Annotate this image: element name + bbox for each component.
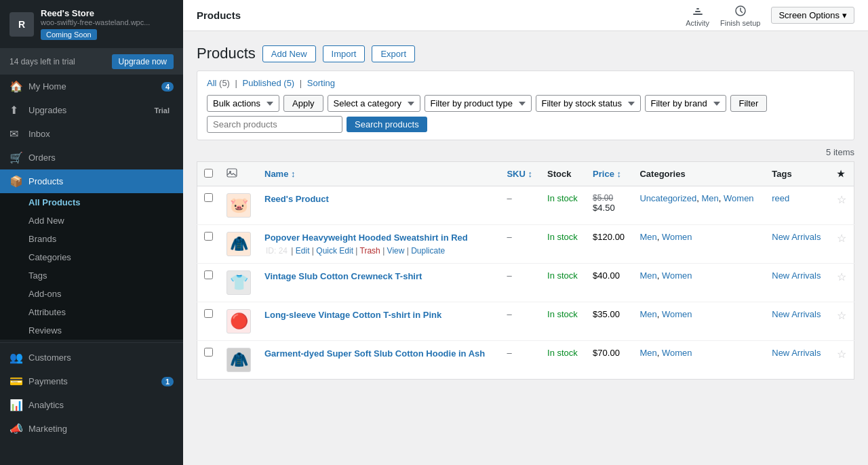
export-button[interactable]: Export: [372, 45, 415, 62]
header-name[interactable]: Name ↕: [258, 162, 500, 186]
filter-link-published[interactable]: Published (5): [243, 78, 295, 88]
category-link[interactable]: Men: [702, 193, 719, 203]
sort-price-link[interactable]: Price ↕: [593, 169, 621, 179]
sidebar-item-products[interactable]: 📦 Products: [0, 169, 183, 193]
row-checkbox[interactable]: [204, 348, 213, 357]
row-check: [197, 341, 220, 380]
finish-setup-button[interactable]: Finish setup: [720, 4, 760, 27]
row-stock: In stock: [540, 341, 586, 380]
product-name-link[interactable]: Long-sleeve Vintage Cotton T-shirt in Pi…: [264, 310, 441, 320]
apply-button[interactable]: Apply: [283, 95, 323, 112]
sidebar-item-attributes[interactable]: Attributes: [0, 303, 183, 321]
row-stock: In stock: [540, 302, 586, 341]
sidebar-item-marketing[interactable]: 📣 Marketing: [0, 417, 183, 441]
category-select[interactable]: Select a category: [328, 95, 420, 112]
store-url: woo-swiftly-free-wasteland.wpc...: [41, 18, 174, 26]
featured-star[interactable]: ☆: [837, 271, 846, 283]
trash-link[interactable]: Trash: [360, 246, 380, 256]
product-name-link[interactable]: Garment-dyed Super Soft Slub Cotton Hood…: [264, 348, 485, 359]
row-price: $120.00: [586, 225, 633, 264]
category-link[interactable]: Men: [639, 270, 656, 281]
select-all-checkbox[interactable]: [204, 169, 213, 178]
category-link[interactable]: Women: [662, 270, 692, 281]
activity-icon: [691, 4, 705, 18]
edit-link[interactable]: Edit: [296, 246, 310, 256]
screen-options-button[interactable]: Screen Options ▾: [771, 7, 854, 24]
tag-link[interactable]: New Arrivals: [772, 232, 821, 242]
search-input[interactable]: [207, 116, 342, 133]
row-checkbox[interactable]: [204, 232, 213, 241]
featured-star[interactable]: ☆: [837, 194, 846, 205]
home-icon: 🏠: [9, 80, 23, 93]
sidebar-item-payments[interactable]: 💳 Payments 1: [0, 369, 183, 393]
header-featured: ★: [830, 162, 854, 186]
row-sku: –: [500, 186, 540, 225]
sidebar-item-inbox[interactable]: ✉ Inbox: [0, 122, 183, 146]
sidebar-item-my-home[interactable]: 🏠 My Home 4: [0, 75, 183, 98]
sidebar-item-tags[interactable]: Tags: [0, 266, 183, 285]
sidebar-item-brands[interactable]: Brands: [0, 230, 183, 248]
sidebar-item-categories[interactable]: Categories: [0, 248, 183, 266]
category-link[interactable]: Men: [639, 348, 656, 358]
category-link[interactable]: Women: [662, 348, 692, 358]
tag-link[interactable]: New Arrivals: [772, 309, 821, 319]
activity-button[interactable]: Activity: [686, 4, 709, 27]
product-thumbnail: 🐷: [226, 193, 251, 218]
row-checkbox[interactable]: [204, 309, 213, 318]
duplicate-link[interactable]: Duplicate: [411, 246, 445, 256]
upgrade-button[interactable]: Upgrade now: [112, 54, 174, 69]
filter-link-all[interactable]: All (5): [207, 78, 230, 88]
sort-name-link[interactable]: Name ↕: [264, 169, 296, 179]
bulk-actions-select[interactable]: Bulk actions: [207, 95, 279, 112]
row-name: Popover Heavyweight Hooded Sweatshirt in…: [258, 225, 500, 264]
product-type-select[interactable]: Filter by product type: [425, 95, 532, 112]
stock-status-select[interactable]: Filter by stock status: [536, 95, 641, 112]
category-link[interactable]: Men: [639, 309, 656, 319]
sidebar-item-add-new[interactable]: Add New: [0, 211, 183, 230]
product-name-link[interactable]: Reed's Product: [264, 194, 329, 204]
filter-link-sorting[interactable]: Sorting: [307, 78, 335, 88]
tag-link[interactable]: reed: [772, 193, 789, 203]
category-link[interactable]: Women: [662, 309, 692, 319]
filter-row-left: Bulk actions Apply Select a category Fil…: [207, 95, 767, 112]
row-name: Garment-dyed Super Soft Slub Cotton Hood…: [258, 341, 500, 380]
row-featured: ☆: [830, 341, 854, 380]
sort-sku-link[interactable]: SKU ↕: [507, 169, 532, 179]
brand-select[interactable]: Filter by brand: [645, 95, 726, 112]
filter-row: Bulk actions Apply Select a category Fil…: [207, 95, 844, 133]
filter-button[interactable]: Filter: [730, 95, 768, 112]
featured-star[interactable]: ☆: [837, 232, 846, 244]
category-link[interactable]: Women: [724, 193, 754, 203]
header-price[interactable]: Price ↕: [586, 162, 633, 186]
header-image: [220, 162, 258, 186]
screen-options-chevron: ▾: [842, 10, 847, 20]
sidebar-item-orders[interactable]: 🛒 Orders: [0, 146, 183, 169]
add-new-button[interactable]: Add New: [262, 45, 316, 62]
header-sku[interactable]: SKU ↕: [500, 162, 540, 186]
product-name-link[interactable]: Vintage Slub Cotton Crewneck T-shirt: [264, 271, 422, 281]
featured-star[interactable]: ☆: [837, 348, 846, 360]
product-name-link[interactable]: Popover Heavyweight Hooded Sweatshirt in…: [264, 232, 468, 243]
row-checkbox[interactable]: [204, 270, 213, 279]
coming-soon-badge[interactable]: Coming Soon: [41, 29, 97, 40]
sidebar-item-upgrades[interactable]: ⬆ Upgrades Trial: [0, 98, 183, 122]
sidebar-item-label: Customers: [28, 352, 174, 363]
category-link[interactable]: Uncategorized: [639, 193, 696, 203]
tag-link[interactable]: New Arrivals: [772, 270, 821, 281]
search-button[interactable]: Search products: [347, 117, 427, 132]
trial-banner: 14 days left in trial Upgrade now: [0, 49, 183, 75]
sidebar-item-reviews[interactable]: Reviews: [0, 321, 183, 340]
category-link[interactable]: Men: [639, 232, 656, 242]
sidebar-item-customers[interactable]: 👥 Customers: [0, 346, 183, 369]
import-button[interactable]: Import: [323, 45, 366, 62]
header-stock: Stock: [540, 162, 586, 186]
sidebar-item-add-ons[interactable]: Add-ons: [0, 285, 183, 303]
view-link[interactable]: View: [387, 246, 405, 256]
sidebar-item-analytics[interactable]: 📊 Analytics: [0, 393, 183, 417]
tag-link[interactable]: New Arrivals: [772, 348, 821, 358]
quick-edit-link[interactable]: Quick Edit: [316, 246, 353, 256]
sidebar-item-all-products[interactable]: All Products: [0, 193, 183, 211]
featured-star[interactable]: ☆: [837, 310, 846, 321]
row-checkbox[interactable]: [204, 193, 213, 202]
category-link[interactable]: Women: [662, 232, 692, 242]
